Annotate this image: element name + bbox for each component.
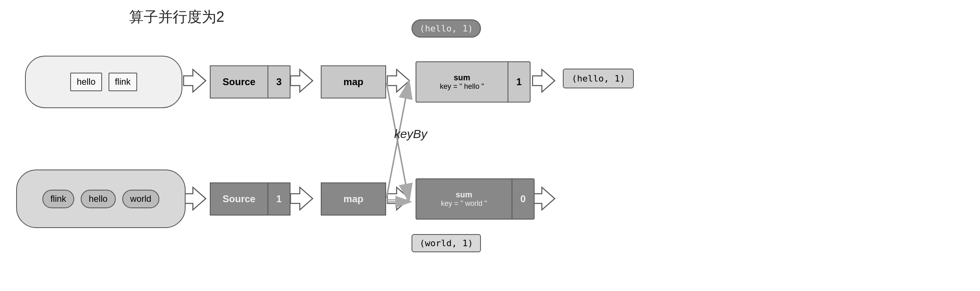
svg-marker-5 (184, 187, 206, 210)
top-result-key: key = " hello " (440, 82, 484, 91)
svg-marker-4 (290, 69, 313, 92)
top-source-number: 3 (267, 66, 290, 98)
top-result-number: 1 (508, 62, 530, 102)
floating-top-tuple: (hello, 1) (412, 19, 481, 38)
bottom-result-box: sum key = " world " 0 (416, 178, 535, 220)
bottom-result-sum-label: sum (456, 190, 472, 199)
bottom-result-info: sum key = " world " (416, 179, 512, 219)
bottom-cylinder: flink hello world (16, 170, 186, 228)
bottom-map-label: map (322, 183, 385, 215)
top-cyl-item-hello: hello (70, 73, 102, 91)
svg-marker-6 (290, 187, 313, 210)
bottom-source-box: Source 1 (210, 182, 290, 216)
top-cyl-item-flink: flink (109, 73, 137, 91)
top-source-label: Source (211, 66, 267, 98)
top-map-box: map (321, 65, 386, 98)
bottom-cyl-item-flink: flink (42, 190, 74, 208)
floating-bottom-tuple: (world, 1) (412, 234, 481, 252)
keyby-label: keyBy (394, 127, 427, 141)
svg-marker-13 (533, 69, 555, 92)
top-result-sum-label: sum (453, 73, 470, 82)
output-top-tuple: (hello, 1) (563, 69, 634, 88)
svg-marker-14 (533, 187, 555, 210)
svg-line-11 (387, 85, 408, 198)
title: 算子并行度为2 (129, 7, 224, 27)
top-result-box: sum key = " hello " 1 (416, 61, 531, 103)
bottom-source-label: Source (211, 183, 267, 215)
top-result-info: sum key = " hello " (416, 62, 508, 102)
svg-marker-8 (387, 187, 410, 210)
top-cylinder: hello flink (25, 56, 182, 108)
bottom-result-number: 0 (512, 179, 534, 219)
svg-marker-3 (184, 69, 206, 92)
diagram: 算子并行度为2 (0, 0, 980, 291)
bottom-map-box: map (321, 182, 386, 216)
bottom-cyl-item-world: world (122, 190, 160, 208)
svg-marker-7 (387, 69, 410, 92)
bottom-cyl-item-hello: hello (81, 190, 115, 208)
bottom-result-key: key = " world " (441, 199, 487, 208)
arrows-svg (0, 0, 980, 291)
top-map-label: map (322, 66, 385, 98)
bottom-source-number: 1 (267, 183, 290, 215)
top-source-box: Source 3 (210, 65, 290, 98)
